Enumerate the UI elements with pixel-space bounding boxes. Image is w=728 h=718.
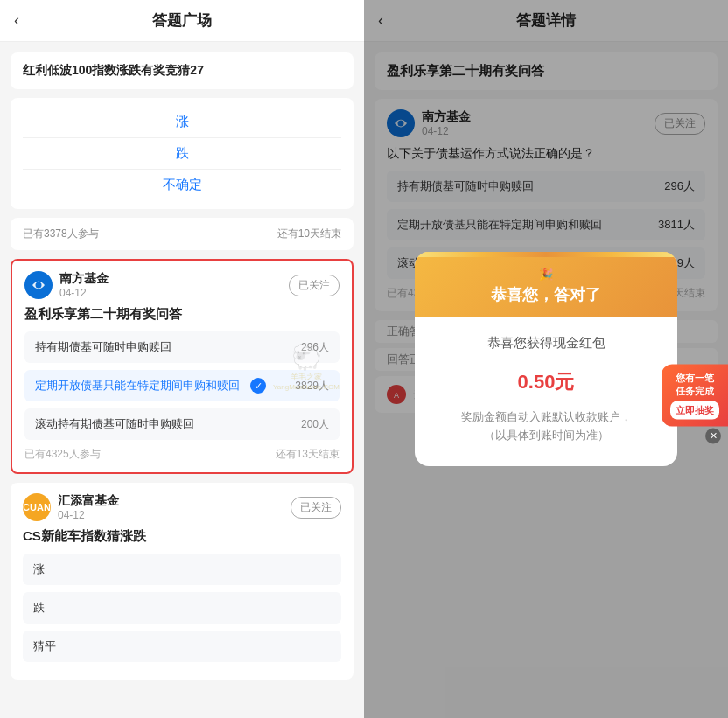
author-info: 南方基金 04-12: [60, 271, 108, 299]
bottom-author-logo: CUAN: [23, 493, 51, 521]
card-participants: 已有4325人参与: [24, 447, 101, 462]
answer-option-2-text-row: 定期开放债基只能在特定期间申购和赎回 ✓: [35, 378, 295, 394]
task-badge[interactable]: 您有一笔任务完成 立即抽奖 ✕: [662, 364, 728, 426]
bottom-card: CUAN 汇添富基金 04-12 已关注 CS新能车指数猜涨跌 涨 跌 猜平: [10, 483, 354, 680]
bottom-card-author: CUAN 汇添富基金 04-12: [23, 493, 119, 521]
modal-currency: 元: [555, 371, 574, 393]
modal-amount-value: 0.50: [518, 371, 556, 393]
card-remaining: 还有13天结束: [276, 447, 340, 462]
bottom-author-date: 04-12: [58, 509, 119, 521]
top-question-title: 红利低波100指数涨跌有奖竞猜27: [10, 52, 354, 89]
bottom-option-1-text: 涨: [33, 561, 45, 577]
card-header: 南方基金 04-12 已关注: [24, 271, 340, 299]
answer-option-2-text: 定期开放债基只能在特定期间申购和赎回: [35, 378, 240, 394]
modal-intro: 恭喜您获得现金红包: [436, 335, 656, 352]
bottom-option-1[interactable]: 涨: [23, 554, 341, 585]
svg-point-1: [36, 282, 42, 289]
congrats-modal: ✕ 🎉 恭喜您，答对了 恭喜您获得现金红包 0.50元 奖励金额自动入账默认收款…: [415, 252, 677, 466]
vote-option-unsure[interactable]: 不确定: [23, 170, 341, 200]
bottom-option-2[interactable]: 跌: [23, 592, 341, 624]
card-question: 盈利乐享第二十期有奖问答: [24, 306, 340, 323]
participants-count: 已有3378人参与: [23, 227, 99, 241]
modal-note-line2: （以具体到账时间为准）: [484, 429, 609, 442]
answer-option-3-text: 滚动持有期债基可随时申购赎回: [35, 416, 194, 432]
bottom-author-info: 汇添富基金 04-12: [58, 493, 119, 521]
highlighted-card: 🐑 羊毛之家 YangMaoHome.COM 南方基金 04-: [10, 259, 354, 474]
left-back-button[interactable]: ‹: [14, 11, 19, 30]
bottom-card-header: CUAN 汇添富基金 04-12 已关注: [23, 493, 341, 521]
task-badge-button[interactable]: 立即抽奖: [670, 401, 719, 419]
left-content: 红利低波100指数涨跌有奖竞猜27 涨 跌 不确定 已有3378人参与 还有10…: [0, 42, 364, 718]
answer-option-3-count: 200人: [301, 417, 329, 432]
bottom-option-3[interactable]: 猜平: [23, 631, 341, 662]
task-badge-title: 您有一笔任务完成: [670, 371, 719, 397]
follow-button[interactable]: 已关注: [289, 275, 340, 296]
modal-banner-title: 恭喜您，答对了: [432, 284, 660, 305]
right-panel: ‹ 答题详情 盈利乐享第二十期有奖问答 南方基金: [364, 0, 728, 718]
vote-options-top: 涨 跌 不确定: [10, 98, 354, 209]
author-date: 04-12: [60, 287, 108, 299]
answer-option-1[interactable]: 持有期债基可随时申购赎回 296人: [24, 331, 340, 363]
vote-option-down[interactable]: 跌: [23, 138, 341, 170]
left-header: ‹ 答题广场: [0, 0, 364, 42]
bottom-card-question: CS新能车指数猜涨跌: [23, 528, 341, 545]
task-badge-close[interactable]: ✕: [705, 428, 721, 443]
answer-option-2-count: 3829人: [295, 379, 329, 394]
author-name: 南方基金: [60, 271, 108, 287]
bottom-author-name: 汇添富基金: [58, 493, 119, 509]
modal-banner-subtitle: 🎉: [432, 268, 660, 281]
check-icon: ✓: [250, 378, 266, 394]
bottom-option-2-text: 跌: [33, 600, 45, 616]
answer-option-1-count: 296人: [301, 340, 329, 355]
modal-amount: 0.50元: [436, 359, 656, 396]
modal-banner: 🎉 恭喜您，答对了: [415, 252, 677, 317]
answer-option-3[interactable]: 滚动持有期债基可随时申购赎回 200人: [24, 408, 340, 440]
modal-overlay: ✕ 🎉 恭喜您，答对了 恭喜您获得现金红包 0.50元 奖励金额自动入账默认收款…: [364, 0, 728, 718]
left-title: 答题广场: [152, 10, 212, 31]
remaining-time: 还有10天结束: [277, 227, 341, 241]
author-logo: [24, 271, 52, 299]
vote-stats-top: 已有3378人参与 还有10天结束: [10, 218, 354, 250]
bottom-follow-button[interactable]: 已关注: [290, 497, 341, 519]
modal-note-line1: 奖励金额自动入账默认收款账户，: [461, 410, 632, 423]
card-author: 南方基金 04-12: [24, 271, 108, 299]
modal-note: 奖励金额自动入账默认收款账户， （以具体到账时间为准）: [436, 408, 656, 445]
bottom-option-3-text: 猜平: [33, 638, 56, 654]
left-panel: ‹ 答题广场 红利低波100指数涨跌有奖竞猜27 涨 跌 不确定 已有3378人…: [0, 0, 364, 718]
answer-option-2[interactable]: 定期开放债基只能在特定期间申购和赎回 ✓ 3829人: [24, 370, 340, 401]
answer-option-1-text: 持有期债基可随时申购赎回: [35, 339, 172, 355]
modal-banner-decoration: [415, 252, 677, 257]
modal-body: 恭喜您获得现金红包 0.50元 奖励金额自动入账默认收款账户， （以具体到账时间…: [415, 317, 677, 466]
vote-option-up[interactable]: 涨: [23, 107, 341, 138]
card-footer: 已有4325人参与 还有13天结束: [24, 447, 340, 462]
